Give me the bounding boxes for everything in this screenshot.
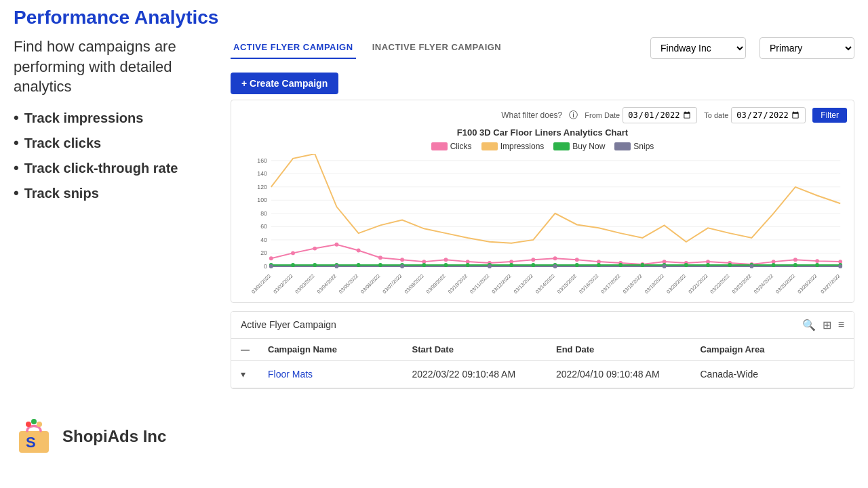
- svg-point-69: [793, 263, 797, 267]
- filter-icon[interactable]: ≡: [838, 319, 844, 331]
- help-icon[interactable]: ⓘ: [569, 109, 578, 121]
- to-date-label: To date: [704, 111, 728, 119]
- tab-active-flyer[interactable]: ACTIVE FLYER CAMPAIGN: [231, 37, 356, 59]
- col-start-date: Start Date: [412, 344, 557, 354]
- svg-text:03/27/2022: 03/27/2022: [819, 273, 841, 295]
- svg-point-78: [750, 264, 754, 268]
- features-list: Track impressions Track clicks Track cli…: [14, 110, 217, 201]
- svg-point-68: [772, 263, 776, 267]
- svg-point-18: [269, 256, 273, 260]
- svg-point-57: [531, 263, 535, 267]
- svg-text:03/11/2022: 03/11/2022: [469, 273, 490, 295]
- svg-point-62: [640, 263, 644, 267]
- svg-text:03/15/2022: 03/15/2022: [556, 273, 578, 295]
- col-end-date: End Date: [556, 344, 701, 354]
- chart-title: F100 3D Car Floor Liners Analytics Chart: [238, 127, 847, 138]
- left-panel: Find how campaigns are performing with d…: [14, 37, 217, 389]
- svg-text:03/06/2022: 03/06/2022: [359, 273, 381, 295]
- svg-point-56: [509, 263, 513, 267]
- svg-point-23: [378, 256, 382, 260]
- svg-point-20: [313, 247, 317, 251]
- tabs-row: ACTIVE FLYER CAMPAIGN INACTIVE FLYER CAM…: [231, 37, 854, 94]
- feature-clicks: Track clicks: [14, 136, 217, 151]
- svg-point-46: [291, 263, 295, 267]
- col-campaign-name: Campaign Name: [268, 344, 412, 354]
- type-dropdown[interactable]: Primary Secondary: [760, 37, 854, 59]
- svg-point-111: [37, 422, 42, 427]
- shopiads-logo: S: [14, 416, 54, 457]
- svg-text:03/18/2022: 03/18/2022: [622, 273, 644, 295]
- expand-icon[interactable]: ▾: [241, 369, 268, 380]
- svg-text:03/08/2022: 03/08/2022: [403, 273, 425, 295]
- tab-inactive-flyer[interactable]: INACTIVE FLYER CAMPAIGN: [370, 37, 505, 59]
- svg-point-61: [618, 263, 623, 267]
- feature-impressions: Track impressions: [14, 110, 217, 126]
- svg-point-31: [553, 256, 557, 260]
- svg-point-53: [444, 263, 448, 267]
- chart-container: What filter does? ⓘ From Date To date Fi…: [231, 100, 854, 303]
- campaign-table: Active Flyer Campaign 🔍 ⊞ ≡ — Campaign N…: [231, 311, 854, 389]
- table-header: Active Flyer Campaign 🔍 ⊞ ≡: [231, 312, 854, 339]
- svg-text:03/09/2022: 03/09/2022: [425, 273, 447, 295]
- create-campaign-button[interactable]: + Create Campaign: [231, 73, 338, 94]
- legend-buynow: Buy Now: [553, 142, 605, 151]
- svg-text:S: S: [26, 434, 36, 451]
- svg-point-19: [291, 251, 295, 255]
- brand-name: ShopiAds Inc: [62, 427, 166, 446]
- svg-point-66: [728, 263, 732, 267]
- search-icon[interactable]: 🔍: [802, 319, 816, 331]
- svg-point-59: [575, 263, 579, 267]
- svg-text:03/23/2022: 03/23/2022: [731, 273, 753, 295]
- svg-point-32: [575, 258, 579, 262]
- svg-point-54: [466, 263, 470, 267]
- svg-text:03/24/2022: 03/24/2022: [753, 273, 774, 295]
- svg-point-50: [378, 263, 382, 267]
- svg-point-64: [684, 263, 688, 267]
- grid-icon[interactable]: ⊞: [823, 319, 831, 331]
- filter-button[interactable]: Filter: [812, 108, 847, 123]
- svg-point-70: [815, 263, 819, 267]
- svg-point-22: [357, 249, 361, 253]
- filter-help-label: What filter does?: [501, 110, 562, 120]
- column-headers: — Campaign Name Start Date End Date Camp…: [231, 339, 854, 361]
- svg-text:03/13/2022: 03/13/2022: [512, 273, 534, 295]
- svg-point-49: [357, 263, 361, 267]
- page-title: Performance Analytics: [14, 7, 854, 28]
- svg-text:03/22/2022: 03/22/2022: [709, 273, 730, 295]
- svg-point-110: [31, 419, 37, 424]
- filter-row: What filter does? ⓘ From Date To date Fi…: [238, 107, 847, 123]
- svg-text:03/26/2022: 03/26/2022: [796, 273, 818, 295]
- svg-text:80: 80: [260, 210, 267, 217]
- svg-text:03/21/2022: 03/21/2022: [687, 273, 709, 295]
- company-dropdown[interactable]: Findway Inc Other Company: [650, 37, 746, 59]
- svg-text:03/04/2022: 03/04/2022: [316, 273, 338, 295]
- svg-text:03/02/2022: 03/02/2022: [272, 273, 294, 295]
- end-date-cell: 2022/04/10 09:10:48 AM: [556, 369, 701, 380]
- svg-text:40: 40: [260, 237, 267, 243]
- to-date-input[interactable]: [731, 107, 806, 123]
- svg-text:03/20/2022: 03/20/2022: [665, 273, 687, 295]
- svg-point-21: [335, 243, 339, 247]
- legend-impressions: Impressions: [481, 142, 545, 151]
- svg-text:03/17/2022: 03/17/2022: [599, 273, 621, 295]
- svg-point-77: [663, 264, 667, 268]
- svg-point-52: [422, 263, 426, 267]
- svg-text:03/01/2022: 03/01/2022: [250, 273, 272, 295]
- svg-text:03/12/2022: 03/12/2022: [490, 273, 512, 295]
- svg-text:03/19/2022: 03/19/2022: [644, 273, 665, 295]
- svg-point-26: [444, 258, 448, 262]
- svg-text:03/05/2022: 03/05/2022: [338, 273, 359, 295]
- chart-legend: Clicks Impressions Buy Now Snips: [238, 142, 847, 151]
- start-date-cell: 2022/03/22 09:10:48 AM: [412, 369, 557, 380]
- svg-point-73: [335, 264, 339, 268]
- svg-text:03/16/2022: 03/16/2022: [578, 273, 599, 295]
- from-date-label: From Date: [585, 111, 620, 119]
- from-date-input[interactable]: [623, 107, 697, 123]
- svg-text:100: 100: [257, 197, 267, 203]
- campaign-area-cell: Canada-Wide: [701, 369, 845, 380]
- svg-point-65: [706, 263, 710, 267]
- svg-text:03/07/2022: 03/07/2022: [381, 273, 403, 295]
- svg-point-74: [400, 264, 404, 268]
- svg-point-75: [488, 264, 492, 268]
- campaign-name-link[interactable]: Floor Mats: [268, 369, 412, 380]
